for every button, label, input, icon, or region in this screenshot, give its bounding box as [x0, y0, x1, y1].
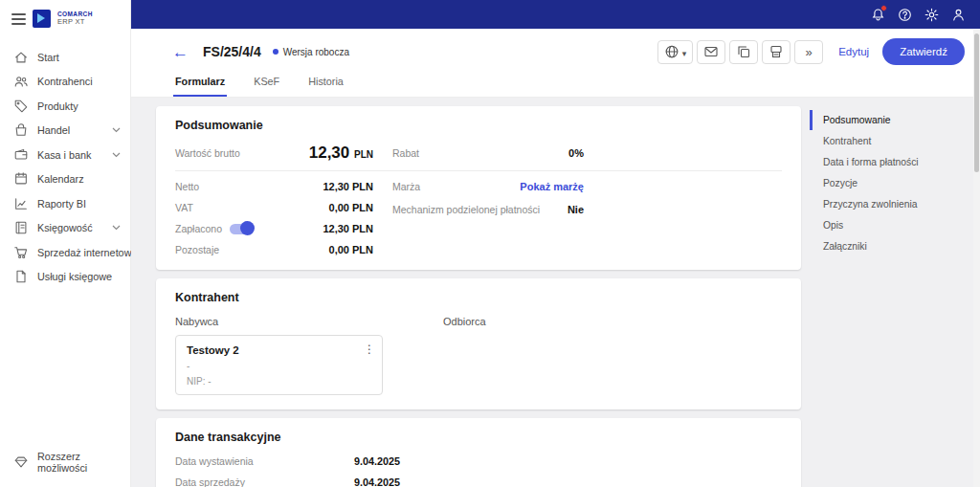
double-chevron-right-icon: [806, 43, 813, 60]
globe-icon: [664, 44, 679, 59]
buyer-address: -: [187, 361, 371, 371]
notification-badge: [880, 5, 887, 11]
vertical-scrollbar[interactable]: [973, 30, 980, 487]
main-area: FS/25/4/4 Wersja robocza: [131, 0, 980, 487]
status-label: Wersja robocza: [283, 47, 349, 57]
contractor-card: Kontrahent Nabywca Odbiorca Testowy 2 - …: [156, 278, 801, 410]
brand-text: COMARCH ERP XT: [57, 11, 93, 26]
sidebar-footer-upgrade[interactable]: Rozszerz możliwości: [0, 439, 130, 487]
anchor-przyczyna-zwolnienia[interactable]: Przyczyna zwolnienia: [810, 194, 965, 214]
transaction-row: Data wystawienia 9.04.2025: [175, 455, 782, 467]
tab-historia[interactable]: Historia: [306, 71, 345, 97]
anchor-kontrahent[interactable]: Kontrahent: [810, 131, 965, 151]
users-icon: [12, 74, 29, 90]
caret-down-icon: [682, 43, 687, 60]
sidebar: COMARCH ERP XT Start Kontrahenci Produkt…: [0, 0, 131, 487]
sidebar-item-label: Raporty BI: [37, 198, 86, 210]
chart-icon: [12, 195, 29, 211]
help-button[interactable]: [893, 3, 917, 26]
fiscal-printer-button[interactable]: [762, 40, 791, 64]
gross-value: 12,30 PLN: [309, 144, 373, 163]
section-anchor-nav: Podsumowanie Kontrahent Data i forma pła…: [810, 106, 965, 487]
sidebar-item-label: Sprzedaż internetowa: [37, 247, 137, 258]
anchor-podsumowanie[interactable]: Podsumowanie: [810, 110, 965, 130]
buyer-header: Nabywca: [175, 316, 443, 327]
chevron-down-icon: [112, 152, 121, 158]
sidebar-item-raporty-bi[interactable]: Raporty BI: [0, 191, 130, 216]
tag-icon: [12, 98, 29, 114]
sidebar-item-kalendarz[interactable]: Kalendarz: [0, 167, 130, 192]
app-window: COMARCH ERP XT Start Kontrahenci Produkt…: [0, 0, 980, 487]
cards-column: Podsumowanie Wartość brutto 12,30 PLN Ra…: [156, 106, 801, 487]
ledger-icon: [12, 220, 29, 236]
copy-button[interactable]: [729, 40, 758, 64]
approve-button[interactable]: Zatwierdź: [882, 38, 965, 65]
sidebar-item-kasa-i-bank[interactable]: Kasa i bank: [0, 143, 130, 167]
sidebar-item-sprzedaz-internetowa[interactable]: Sprzedaż internetowa: [0, 240, 130, 265]
tab-formularz[interactable]: Formularz: [173, 71, 227, 97]
document-title: FS/25/4/4: [203, 44, 261, 59]
email-button[interactable]: [697, 40, 725, 64]
gem-icon: [12, 454, 29, 471]
contractor-column-headers: Nabywca Odbiorca: [175, 316, 782, 327]
notifications-button[interactable]: [866, 3, 890, 26]
anchor-data-i-forma-platnosci[interactable]: Data i forma płatności: [810, 152, 965, 172]
sidebar-item-label: Kontrahenci: [37, 76, 93, 87]
summary-grid: Netto 12,30 PLN VAT 0,00 PLN Zapłacono: [175, 181, 782, 255]
sidebar-item-label: Usługi księgowe: [37, 271, 112, 282]
topbar: [131, 0, 980, 29]
document-header: FS/25/4/4 Wersja robocza: [131, 29, 980, 71]
transaction-card: Dane transakcyjne Data wystawienia 9.04.…: [156, 418, 801, 487]
home-icon: [12, 49, 29, 65]
user-button[interactable]: [947, 3, 970, 26]
document-icon: [12, 269, 29, 285]
scrollbar-thumb[interactable]: [974, 33, 979, 172]
receiver-header: Odbiorca: [443, 316, 486, 327]
anchor-zalaczniki[interactable]: Załączniki: [810, 236, 965, 256]
fiscal-printer-icon: [768, 44, 784, 59]
edit-button[interactable]: Edytuj: [838, 46, 869, 57]
sidebar-item-start[interactable]: Start: [0, 45, 130, 70]
status-dot-icon: [273, 49, 278, 55]
user-icon: [951, 8, 966, 22]
transaction-row: Data sprzedaży 9.04.2025: [175, 476, 782, 487]
show-margin-link[interactable]: Pokaż marżę: [520, 181, 584, 192]
header-actions: Edytuj Zatwierdź: [657, 38, 965, 65]
sidebar-footer-label: Rozszerz możliwości: [37, 451, 118, 474]
document-status: Wersja robocza: [273, 47, 349, 57]
hamburger-menu-icon[interactable]: [11, 13, 26, 25]
buyer-nip: NIP: -: [187, 376, 371, 387]
tab-ksef[interactable]: KSeF: [252, 71, 281, 97]
buyer-card[interactable]: Testowy 2 - NIP: -: [175, 335, 383, 395]
sidebar-item-ksiegowosc[interactable]: Księgowość: [0, 216, 130, 241]
sidebar-item-handel[interactable]: Handel: [0, 119, 130, 144]
sidebar-item-uslugi-ksiegowe[interactable]: Usługi księgowe: [0, 265, 130, 290]
paid-toggle[interactable]: [230, 224, 254, 234]
summary-title: Podsumowanie: [175, 119, 782, 132]
sidebar-item-label: Start: [37, 52, 59, 63]
copy-icon: [736, 44, 751, 59]
more-actions-button[interactable]: [794, 40, 823, 64]
summary-row-zaplacono: Zapłacono 12,30 PLN: [175, 223, 373, 234]
tab-bar: Formularz KSeF Historia: [131, 71, 980, 98]
comarch-logo-icon: [33, 10, 51, 28]
globe-dropdown-button[interactable]: [657, 40, 694, 64]
summary-row-pozostaje: Pozostaje 0,00 PLN: [175, 244, 373, 255]
anchor-opis[interactable]: Opis: [810, 215, 965, 235]
discount-label: Rabat: [392, 147, 419, 159]
transaction-title: Dane transakcyjne: [175, 431, 782, 444]
summary-card: Podsumowanie Wartość brutto 12,30 PLN Ra…: [156, 106, 801, 270]
calendar-icon: [12, 171, 29, 188]
anchor-pozycje[interactable]: Pozycje: [810, 173, 965, 193]
buyer-name: Testowy 2: [187, 344, 371, 356]
settings-button[interactable]: [920, 3, 944, 26]
back-button[interactable]: [172, 44, 189, 60]
sidebar-item-label: Handel: [37, 124, 70, 136]
sidebar-item-kontrahenci[interactable]: Kontrahenci: [0, 70, 130, 95]
cart-icon: [12, 244, 29, 260]
sidebar-item-produkty[interactable]: Produkty: [0, 94, 130, 119]
gear-icon: [924, 8, 939, 22]
sidebar-item-label: Produkty: [37, 100, 78, 112]
kebab-menu-icon[interactable]: [364, 343, 375, 356]
gross-label: Wartość brutto: [175, 147, 240, 159]
